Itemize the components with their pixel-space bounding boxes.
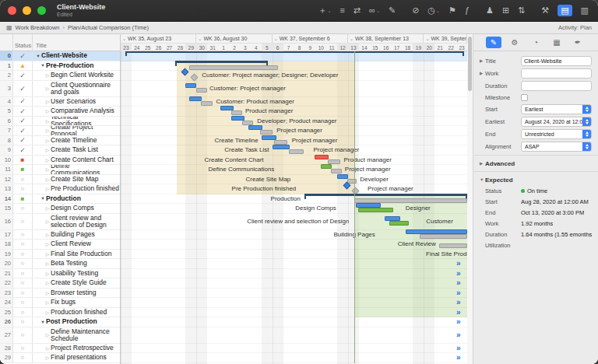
disclosure-triangle-icon[interactable]: ▼ [40, 196, 46, 201]
gantt-bar-actual[interactable] [189, 65, 278, 70]
task-row[interactable]: 24○▷Fix bugs [0, 298, 120, 308]
end-popup[interactable]: Unrestricted [521, 129, 592, 139]
task-row[interactable]: 12○▷Create Site Map [0, 175, 120, 185]
task-row[interactable]: 14■▼Production [0, 194, 120, 205]
task-row[interactable]: 2✓▷Begin Client Worksite [0, 71, 120, 81]
task-row[interactable]: 7✓▷Create Project Proposal [0, 126, 120, 136]
vertical-scrollbar[interactable] [467, 34, 473, 364]
tools-icon[interactable]: ⚒ [541, 6, 549, 15]
gantt-bar-actual[interactable] [328, 159, 341, 164]
task-row[interactable]: 19○▷Final Site Production [0, 250, 120, 260]
task-row[interactable]: 18○▷Client Review [0, 240, 120, 250]
minimize-window-button[interactable] [23, 6, 31, 15]
gantt-bar-actual[interactable] [289, 149, 304, 154]
panel-toggle-icon[interactable]: ▥ [581, 6, 589, 15]
offscreen-task-arrow-icon[interactable]: » [456, 298, 461, 306]
panel-toggle-active-icon[interactable]: ▤ [558, 5, 572, 16]
gantt-bar-plan[interactable] [358, 208, 394, 212]
breadcrumb-view[interactable]: Plan/Actual Comparison (Time) [68, 24, 149, 31]
gantt-bar-actual[interactable] [196, 88, 207, 93]
task-row[interactable]: 21○▷Usability Testing [0, 269, 120, 279]
task-row[interactable]: 13○▷Pre Production finished [0, 184, 120, 194]
week-collapse-icon[interactable]: ⌄ [198, 36, 202, 41]
task-row[interactable]: 11■▷Define Communications [0, 165, 120, 175]
week-header-cell[interactable]: ⌄WK 39, September 20 [424, 34, 467, 43]
alignment-popup[interactable]: ASAP [521, 142, 592, 152]
activity-indicator[interactable]: Activity: Plan [558, 24, 592, 31]
gantt-bar-actual[interactable] [439, 243, 467, 248]
offscreen-task-arrow-icon[interactable]: » [456, 259, 461, 268]
zoom-window-button[interactable] [37, 6, 46, 15]
task-row[interactable]: 15○▷Design Comps [0, 204, 120, 214]
gantt-bar-actual[interactable] [420, 234, 467, 239]
offscreen-task-arrow-icon[interactable]: » [456, 269, 461, 278]
gantt-bar-plan[interactable] [262, 135, 276, 140]
summary-bar[interactable] [304, 194, 467, 196]
reorder-icon[interactable]: ⇄ [354, 6, 361, 15]
duration-field[interactable] [521, 81, 592, 91]
offscreen-task-arrow-icon[interactable]: » [456, 317, 461, 326]
disclosure-triangle-icon[interactable]: ▼ [40, 320, 46, 324]
offscreen-task-arrow-icon[interactable]: » [456, 331, 461, 339]
disclosure-triangle-icon[interactable]: ▼ [40, 63, 46, 68]
offscreen-task-arrow-icon[interactable]: » [456, 344, 461, 352]
work-field[interactable] [521, 68, 592, 79]
task-row[interactable]: 16○▷Client review and selection of Desig… [0, 214, 120, 230]
task-row[interactable]: 3✓▷Client Questionnaire and goals [0, 81, 120, 97]
edit-icon[interactable]: ✎ [389, 6, 396, 15]
week-collapse-icon[interactable]: ⌄ [425, 36, 429, 41]
task-inspector-tab[interactable]: ✎ [486, 37, 501, 48]
gantt-bar-actual[interactable] [260, 130, 272, 135]
task-row[interactable]: 20○▷Beta Testing [0, 259, 120, 269]
title-field[interactable]: Client-Website [521, 56, 592, 66]
task-row[interactable]: 4✓▷User Scenarios [0, 97, 120, 107]
task-row[interactable]: 8✓▷Create Timeline [0, 136, 120, 146]
week-collapse-icon[interactable]: ⌄ [122, 36, 126, 41]
task-row[interactable]: 1▲▼Pre-Production [0, 61, 120, 72]
gantt-bar-actual[interactable] [274, 140, 287, 145]
task-row[interactable]: 0✓▼Client-Website [0, 51, 120, 61]
gantt-bar-actual[interactable] [331, 169, 342, 173]
close-window-button[interactable] [8, 6, 16, 15]
breadcrumb-section[interactable]: Work Breakdown [16, 24, 60, 31]
offscreen-task-arrow-icon[interactable]: » [456, 353, 461, 362]
no-entry-icon[interactable]: ⊘ [412, 6, 419, 15]
task-row[interactable]: 10■▷Create Content Chart [0, 156, 120, 166]
gantt-bar-plan[interactable] [321, 164, 332, 169]
report-inspector-tab[interactable]: ▦ [549, 37, 565, 48]
outline-icon[interactable]: ≡ [339, 6, 344, 15]
gantt-bar-plan[interactable] [406, 229, 467, 234]
title-column-header[interactable]: Title [33, 34, 120, 51]
week-header-cell[interactable]: ⌄WK 35, August 23 [121, 34, 196, 43]
task-row[interactable]: 17○▷Building Pages [0, 230, 120, 240]
gantt-bar-plan[interactable] [273, 145, 290, 149]
task-row[interactable]: 5✓▷Comparative Analysis [0, 107, 120, 117]
disclosure-triangle-icon[interactable]: ▼ [480, 177, 485, 182]
disclosure-triangle-icon[interactable]: ▶ [480, 58, 485, 63]
gantt-bar-plan[interactable] [189, 96, 202, 101]
gantt-bar-plan[interactable] [231, 116, 244, 121]
earliest-popup[interactable]: August 24, 2020 at 12:00 AM [521, 117, 592, 127]
disclosure-triangle-icon[interactable]: ▼ [35, 54, 41, 58]
week-collapse-icon[interactable]: ⌄ [350, 36, 354, 41]
week-header-cell[interactable]: ⌄WK 37, September 6 [273, 34, 348, 43]
week-header-cell[interactable]: ⌄WK 36, August 30 [196, 34, 272, 43]
week-header-cell[interactable]: ⌄WK 38, September 13 [348, 34, 424, 43]
gantt-bar-actual[interactable] [242, 121, 253, 125]
task-row[interactable]: 27○▷Define Maintenance Schedule [0, 327, 120, 344]
offscreen-task-arrow-icon[interactable]: » [456, 278, 461, 287]
assignments-inspector-tab[interactable]: ⚙ [507, 37, 522, 48]
status-column-header[interactable]: Status [13, 34, 33, 51]
task-row[interactable]: 26○▼Post Production [0, 317, 120, 327]
offscreen-task-arrow-icon[interactable]: » [456, 289, 461, 297]
section-header[interactable]: Advanced [485, 160, 515, 167]
task-row[interactable]: 22○▷Create Style Guide [0, 278, 120, 289]
offscreen-task-arrow-icon[interactable]: » [456, 308, 461, 317]
user-icon[interactable]: ♟ [486, 6, 494, 15]
gantt-bar-plan[interactable] [315, 155, 329, 159]
style-inspector-tab[interactable]: ✒ [570, 37, 586, 48]
task-row[interactable]: 29○▷Final presentations [0, 353, 120, 363]
add-icon[interactable]: ＋⌄ [318, 6, 331, 15]
disclosure-triangle-icon[interactable]: ▶ [480, 161, 485, 166]
gantt-bar-plan[interactable] [337, 174, 348, 179]
